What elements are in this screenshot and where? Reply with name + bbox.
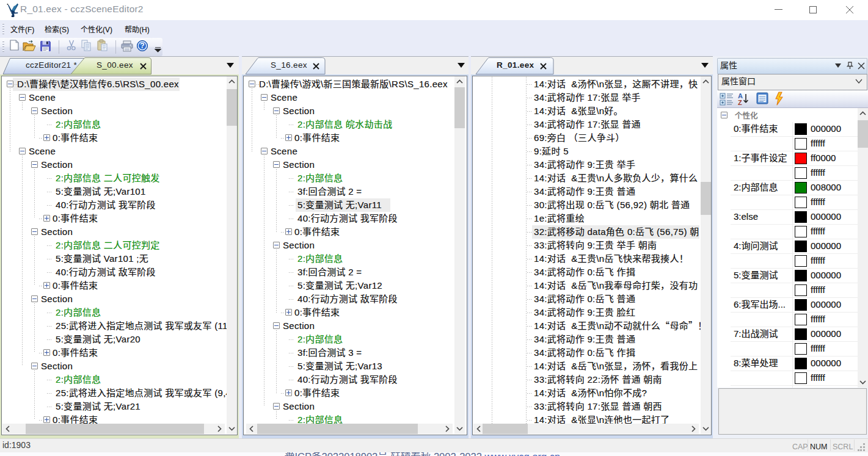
svg-text:Z: Z <box>738 99 742 106</box>
svg-text:?: ? <box>140 42 144 50</box>
